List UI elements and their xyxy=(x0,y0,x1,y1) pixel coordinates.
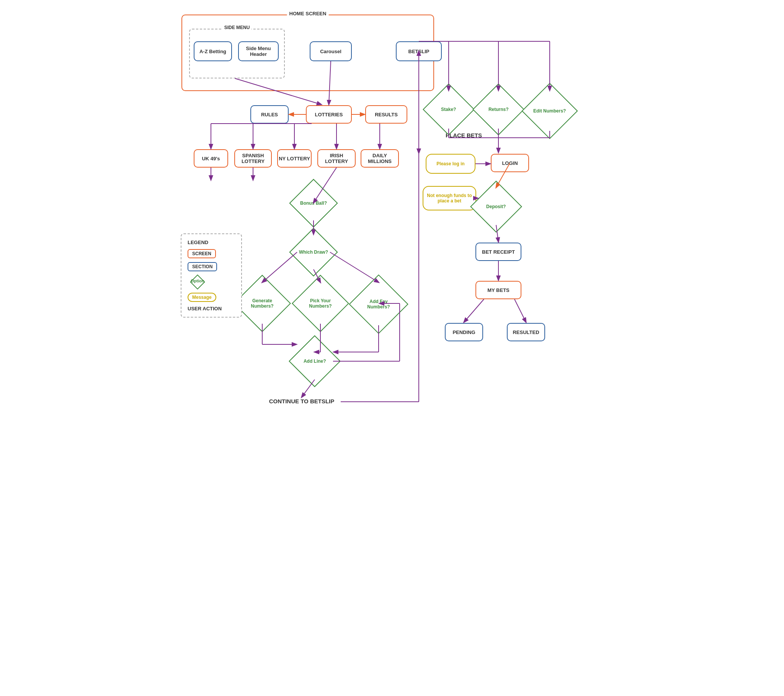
uk49s-label: UK 49's xyxy=(202,156,220,161)
lotteries-label: LOTTERIES xyxy=(315,112,343,117)
side-menu-label: SIDE MENU xyxy=(223,25,252,30)
continue-to-betslip: CONTINUE TO BETSLIP xyxy=(264,398,340,405)
legend-title: LEGEND xyxy=(188,240,235,245)
pending-label: PENDING xyxy=(453,329,475,335)
generate-numbers-label: Generate Numbers? xyxy=(243,298,282,309)
resulted-node: RESULTED xyxy=(507,323,545,341)
legend-screen-label: SCREEN xyxy=(188,249,216,258)
not-enough-funds-node: Not enough funds to place a bet xyxy=(423,186,476,211)
carousel-node: Carousel xyxy=(310,41,352,61)
bonus-ball-label: Bonus Ball? xyxy=(300,201,327,206)
home-screen-label: HOME SCREEN xyxy=(287,11,329,16)
stake-label: Stake? xyxy=(441,107,456,112)
generate-numbers-node: Generate Numbers? xyxy=(234,275,291,332)
betslip-label: BETSLIP xyxy=(408,49,430,54)
rules-node: RULES xyxy=(250,105,289,123)
daily-millions-label: DAILY MILLIONS xyxy=(361,153,398,164)
which-draw-node: Which Draw? xyxy=(289,228,338,276)
svg-line-32 xyxy=(330,252,379,282)
deposit-node: Deposit? xyxy=(470,181,522,233)
please-log-in-label: Please log in xyxy=(436,161,464,166)
returns-node: Returns? xyxy=(473,84,524,135)
lotteries-node: LOTTERIES xyxy=(306,105,352,123)
legend-section-item: SECTION xyxy=(188,262,235,271)
bet-receipt-label: BET RECEIPT xyxy=(482,249,515,255)
my-bets-label: MY BETS xyxy=(488,287,509,293)
bet-receipt-node: BET RECEIPT xyxy=(476,243,521,261)
deposit-label: Deposit? xyxy=(486,204,506,209)
legend-user-action: USER ACTION xyxy=(188,306,235,311)
svg-line-30 xyxy=(262,252,297,282)
pick-numbers-node: Pick Your Numbers? xyxy=(292,275,349,332)
irish-lottery-label: IRISH LOTTERY xyxy=(318,153,355,164)
legend-screen-item: SCREEN xyxy=(188,249,235,258)
irish-lottery-node: IRISH LOTTERY xyxy=(317,149,356,168)
returns-label: Returns? xyxy=(489,107,509,112)
pick-numbers-label: Pick Your Numbers? xyxy=(301,298,340,309)
edit-numbers-node: Edit Numbers? xyxy=(521,83,578,139)
results-node: RESULTS xyxy=(365,105,407,123)
az-betting-node: A-Z Betting xyxy=(194,41,232,61)
legend-box: LEGEND SCREEN SECTION Option Message USE… xyxy=(181,234,242,318)
spanish-lottery-label: SPANISH LOTTERY xyxy=(235,153,271,164)
pending-node: PENDING xyxy=(445,323,483,341)
my-bets-node: MY BETS xyxy=(476,281,521,299)
legend-option-label: Option xyxy=(188,278,208,283)
add-fav-node: Add Fav Numbers? xyxy=(349,274,408,334)
ny-lottery-node: NY LOTTERY xyxy=(277,149,311,168)
spanish-lottery-node: SPANISH LOTTERY xyxy=(234,149,272,168)
rules-label: RULES xyxy=(261,112,278,117)
resulted-label: RESULTED xyxy=(512,329,539,335)
betslip-node: BETSLIP xyxy=(396,41,442,61)
legend-option-item: Option xyxy=(188,275,235,289)
results-label: RESULTS xyxy=(375,112,398,117)
diagram-container: HOME SCREEN SIDE MENU A-Z Betting Side M… xyxy=(170,8,614,429)
bonus-ball-node: Bonus Ball? xyxy=(289,179,338,227)
please-log-in-node: Please log in xyxy=(426,154,476,174)
add-line-label: Add Line? xyxy=(303,359,326,364)
login-node: LOGIN xyxy=(491,154,529,172)
which-draw-label: Which Draw? xyxy=(299,250,328,255)
add-fav-label: Add Fav Numbers? xyxy=(358,299,399,309)
svg-line-18 xyxy=(464,299,484,322)
add-line-node: Add Line? xyxy=(289,335,341,387)
svg-line-19 xyxy=(514,299,526,322)
az-betting-label: A-Z Betting xyxy=(199,49,226,54)
edit-numbers-label: Edit Numbers? xyxy=(533,108,566,114)
legend-message-label: Message xyxy=(188,293,216,302)
legend-message-item: Message xyxy=(188,293,235,302)
side-menu-header-label: Side Menu Header xyxy=(239,46,278,57)
not-enough-funds-label: Not enough funds to place a bet xyxy=(423,193,476,204)
login-label: LOGIN xyxy=(502,160,517,166)
legend-section-label: SECTION xyxy=(188,262,217,271)
ny-lottery-label: NY LOTTERY xyxy=(279,156,310,161)
side-menu-header-node: Side Menu Header xyxy=(238,41,279,61)
daily-millions-node: DAILY MILLIONS xyxy=(361,149,399,168)
stake-node: Stake? xyxy=(423,84,475,135)
uk49s-node: UK 49's xyxy=(194,149,228,168)
carousel-label: Carousel xyxy=(320,49,341,54)
